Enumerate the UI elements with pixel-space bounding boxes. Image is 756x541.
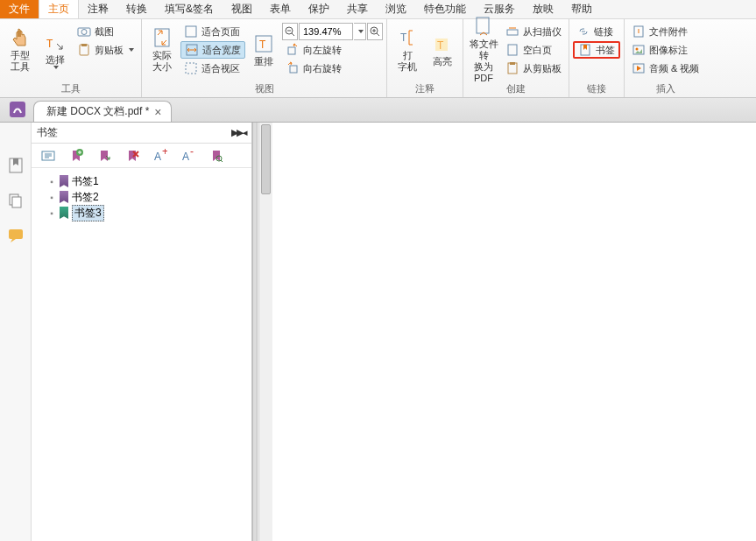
menu-comment[interactable]: 注释 (79, 0, 117, 18)
bookmark-ribbon-icon (60, 191, 68, 203)
svg-rect-19 (507, 30, 518, 35)
bookmarks-panel: 书签 ▶▶ ◂ A+ A- ▪ 书签1 ▪ 书签2 ▪ (32, 123, 252, 541)
bookmark-item[interactable]: ▪ 书签1 (35, 173, 248, 189)
zoom-in-button[interactable] (367, 23, 383, 40)
clipboard-icon (77, 43, 91, 57)
rotate-left-button[interactable]: 向左旋转 (282, 41, 383, 59)
zoom-out-button[interactable] (282, 23, 298, 40)
panel-collapse-button[interactable]: ▶▶ ◂ (231, 127, 246, 138)
toolbar-expand-icon[interactable] (40, 148, 56, 164)
svg-rect-6 (186, 26, 196, 37)
zoom-control: 139.47% (282, 23, 383, 40)
menu-play[interactable]: 放映 (524, 0, 562, 18)
svg-text:T: T (46, 38, 53, 50)
document-tab-title: 新建 DOCX 文档.pdf * (46, 104, 149, 119)
menu-help[interactable]: 帮助 (562, 0, 601, 18)
panel-scrollbar[interactable] (258, 123, 272, 541)
menu-home[interactable]: 主页 (39, 0, 79, 18)
reflow-icon: T (253, 33, 274, 54)
attachment-button[interactable]: 文件附件 (628, 23, 703, 40)
fit-page-button[interactable]: 适合页面 (180, 23, 245, 40)
panel-splitter[interactable] (252, 123, 258, 541)
rail-bookmarks-icon[interactable] (6, 156, 25, 175)
bookmark-button[interactable]: 书签 (573, 41, 620, 59)
reflow-button[interactable]: T 重排 (247, 21, 280, 79)
svg-text:A: A (182, 151, 189, 163)
sidebar-rail (0, 123, 32, 541)
document-canvas[interactable] (272, 123, 756, 541)
bookmark-icon (578, 43, 592, 57)
rotate-right-button[interactable]: 向右旋转 (282, 60, 383, 77)
svg-text:-: - (190, 149, 194, 158)
select-tool-button[interactable]: T 选择 (39, 21, 72, 79)
document-tab[interactable]: 新建 DOCX 文档.pdf * × (33, 101, 172, 122)
rail-comments-icon[interactable] (6, 226, 25, 245)
toolbar-font-increase-icon[interactable]: A+ (152, 148, 168, 164)
toolbar-search-bookmark-icon[interactable] (208, 148, 224, 164)
rail-pages-icon[interactable] (6, 191, 25, 210)
bookmark-item[interactable]: ▪ 书签2 (35, 189, 248, 205)
bookmark-name: 书签3 (72, 205, 104, 221)
menu-convert[interactable]: 转换 (117, 0, 156, 18)
group-insert: 文件附件 图像标注 音频 & 视频 插入 (625, 19, 706, 97)
workspace: 书签 ▶▶ ◂ A+ A- ▪ 书签1 ▪ 书签2 ▪ (0, 123, 756, 541)
typewriter-button[interactable]: T 打字机 (391, 21, 424, 79)
fit-width-button[interactable]: 适合宽度 (180, 41, 245, 59)
menu-protect[interactable]: 保护 (300, 0, 338, 18)
ribbon: 手型工具 T 选择 截图 剪贴板 工具 (0, 19, 756, 98)
close-tab-button[interactable]: × (154, 105, 161, 119)
group-insert-label: 插入 (656, 81, 675, 97)
rotate-right-label: 向右旋转 (303, 62, 342, 75)
tree-twisty-icon[interactable]: ▪ (47, 177, 56, 186)
menu-share[interactable]: 共享 (338, 0, 377, 18)
bookmark-item[interactable]: ▪ 书签3 (35, 205, 248, 221)
toolbar-font-decrease-icon[interactable]: A- (180, 148, 196, 164)
rotate-left-label: 向左旋转 (303, 44, 342, 57)
bookmark-ribbon-icon (60, 175, 68, 187)
svg-rect-8 (186, 63, 196, 74)
hand-tool-button[interactable]: 手型工具 (4, 21, 37, 79)
fit-width-icon (185, 43, 199, 57)
menu-file[interactable]: 文件 (0, 0, 39, 18)
zoom-value[interactable]: 139.47% (299, 23, 353, 40)
toolbar-new-bookmark-icon[interactable] (68, 148, 84, 164)
panel-title: 书签 (37, 125, 58, 140)
link-button[interactable]: 链接 (573, 23, 620, 40)
group-view: 实际大小 适合页面 适合宽度 适合视区 T 重排 (142, 19, 387, 97)
image-annot-button[interactable]: 图像标注 (628, 41, 703, 59)
from-clipboard-button[interactable]: 从剪贴板 (502, 60, 565, 77)
svg-rect-13 (288, 47, 295, 54)
menu-form[interactable]: 表单 (261, 0, 300, 18)
clipboard-button[interactable]: 剪贴板 (74, 41, 138, 59)
menu-fill-sign[interactable]: 填写&签名 (156, 0, 223, 18)
file-to-pdf-button[interactable]: 将文件转换为PDF (467, 21, 500, 79)
tree-twisty-icon[interactable]: ▪ (47, 193, 56, 202)
menu-view[interactable]: 视图 (223, 0, 261, 18)
toolbar-goto-icon[interactable] (96, 148, 112, 164)
menu-browse[interactable]: 浏览 (377, 0, 415, 18)
audio-video-button[interactable]: 音频 & 视频 (628, 60, 703, 77)
actual-size-button[interactable]: 实际大小 (145, 21, 179, 79)
blank-page-button[interactable]: 空白页 (502, 41, 565, 59)
snapshot-button[interactable]: 截图 (74, 23, 138, 40)
clipboard-label: 剪贴板 (95, 44, 124, 57)
text-select-icon: T (45, 32, 66, 53)
toolbar-delete-icon[interactable] (124, 148, 140, 164)
rotate-right-icon (286, 61, 300, 75)
fit-page-label: 适合页面 (201, 25, 240, 39)
from-clipboard-label: 从剪贴板 (523, 62, 562, 75)
document-tab-strip: 新建 DOCX 文档.pdf * × (0, 98, 756, 123)
media-icon (632, 61, 646, 75)
highlight-button[interactable]: T 高亮 (426, 21, 459, 79)
zoom-dropdown[interactable] (354, 23, 366, 40)
clipboard-paste-icon (505, 61, 519, 75)
from-scanner-button[interactable]: 从扫描仪 (502, 23, 565, 40)
tree-twisty-icon[interactable]: ▪ (47, 208, 56, 218)
menu-special[interactable]: 特色功能 (415, 0, 475, 18)
fit-width-label: 适合宽度 (202, 44, 241, 57)
fit-visible-button[interactable]: 适合视区 (180, 60, 245, 77)
reflow-label: 重排 (254, 56, 273, 67)
chevron-down-icon (358, 30, 364, 33)
svg-rect-31 (12, 197, 21, 207)
group-links: 链接 书签 链接 (569, 19, 625, 97)
